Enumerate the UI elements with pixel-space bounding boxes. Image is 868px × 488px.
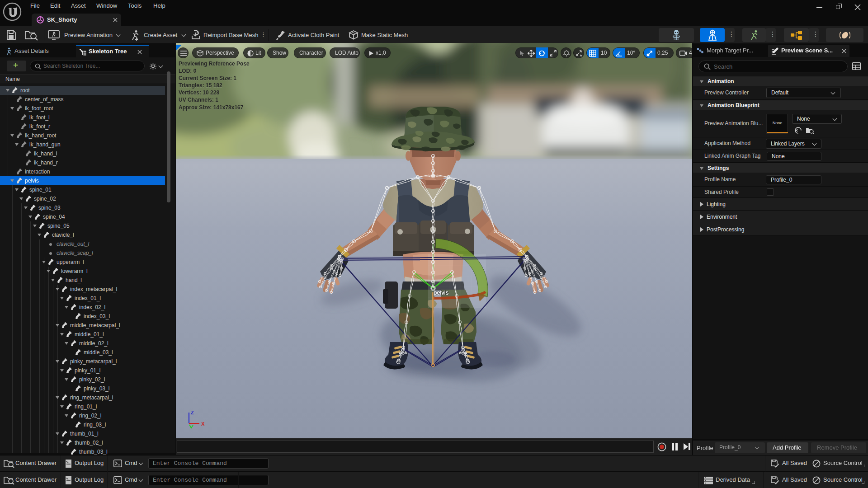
svg-text:pelvis: pelvis <box>434 289 449 296</box>
svg-text:Z: Z <box>191 410 194 415</box>
svg-text:X: X <box>201 421 205 427</box>
